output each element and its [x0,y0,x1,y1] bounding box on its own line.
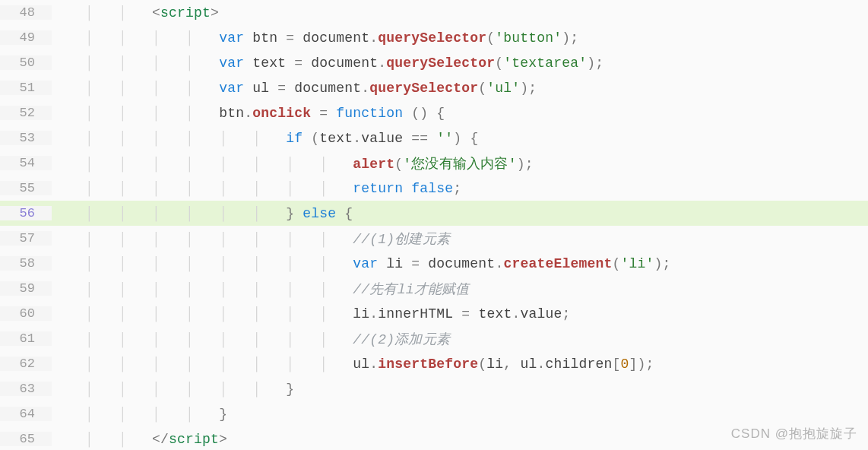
code-content[interactable]: │ │ │ │ │ │ │ │ ul.insertBefore(li, ul.c… [52,357,868,372]
code-content[interactable]: │ │ │ │ │ │ } [52,382,868,397]
line-number: 49 [0,30,52,45]
code-line[interactable]: 54 │ │ │ │ │ │ │ │ alert('您没有输入内容'); [0,151,868,176]
line-number: 48 [0,5,52,20]
code-content[interactable]: │ │ │ │ │ │ │ │ alert('您没有输入内容'); [52,154,868,173]
line-number: 58 [0,256,52,271]
code-content[interactable]: │ │ │ │ var ul = document.querySelector(… [52,81,868,96]
code-content[interactable]: │ │ │ │ │ │ } else { [52,206,868,221]
line-number: 65 [0,432,52,446]
code-line[interactable]: 56 │ │ │ │ │ │ } else { [0,201,868,226]
code-content[interactable]: │ │ │ │ │ │ │ │ //(1)创建元素 [52,230,868,248]
line-number: 59 [0,281,52,296]
code-content[interactable]: │ │ │ │ │ │ │ │ //(2)添加元素 [52,330,868,348]
code-content[interactable]: │ │ │ │ │ │ │ │ li.innerHTML = text.valu… [52,306,868,322]
code-content[interactable]: │ │ │ │ var btn = document.querySelector… [52,30,868,46]
line-number: 57 [0,231,52,246]
code-line[interactable]: 52 │ │ │ │ btn.onclick = function () { [0,100,868,125]
code-line[interactable]: 61 │ │ │ │ │ │ │ │ //(2)添加元素 [0,326,868,351]
line-number: 55 [0,181,52,195]
code-editor[interactable]: 48 │ │ <script>49 │ │ │ │ var btn = docu… [0,0,868,450]
line-number: 61 [0,331,52,346]
code-line[interactable]: 55 │ │ │ │ │ │ │ │ return false; [0,176,868,201]
code-line[interactable]: 62 │ │ │ │ │ │ │ │ ul.insertBefore(li, u… [0,351,868,376]
code-line[interactable]: 50 │ │ │ │ var text = document.querySele… [0,50,868,75]
line-number: 54 [0,156,52,170]
code-content[interactable]: │ │ │ │ } [52,407,868,422]
line-number: 52 [0,106,52,120]
code-line[interactable]: 60 │ │ │ │ │ │ │ │ li.innerHTML = text.v… [0,301,868,326]
line-number: 56 [0,206,52,220]
code-line[interactable]: 59 │ │ │ │ │ │ │ │ //先有li才能赋值 [0,276,868,301]
code-content[interactable]: │ │ │ │ │ │ │ │ return false; [52,181,868,196]
code-content[interactable]: │ │ <script> [52,5,868,21]
line-number: 63 [0,382,52,396]
code-content[interactable]: │ │ │ │ var text = document.querySelecto… [52,55,868,71]
line-number: 51 [0,81,52,95]
code-content[interactable]: │ │ │ │ │ │ │ │ //先有li才能赋值 [52,280,868,298]
code-content[interactable]: │ │ │ │ │ │ │ │ var li = document.create… [52,256,868,271]
line-number: 53 [0,131,52,145]
code-line[interactable]: 58 │ │ │ │ │ │ │ │ var li = document.cre… [0,251,868,276]
code-line[interactable]: 53 │ │ │ │ │ │ if (text.value == '') { [0,125,868,151]
code-line[interactable]: 57 │ │ │ │ │ │ │ │ //(1)创建元素 [0,226,868,251]
code-line[interactable]: 51 │ │ │ │ var ul = document.querySelect… [0,75,868,100]
line-number: 60 [0,306,52,321]
watermark: CSDN @抱抱旋旋子 [731,425,857,442]
code-line[interactable]: 48 │ │ <script> [0,0,868,25]
code-content[interactable]: │ │ │ │ │ │ if (text.value == '') { [52,131,868,146]
code-line[interactable]: 63 │ │ │ │ │ │ } [0,376,868,401]
line-number: 62 [0,357,52,371]
code-line[interactable]: 64 │ │ │ │ } [0,401,868,426]
code-line[interactable]: 49 │ │ │ │ var btn = document.querySelec… [0,25,868,50]
line-number: 64 [0,407,52,421]
line-number: 50 [0,55,52,70]
code-content[interactable]: │ │ │ │ btn.onclick = function () { [52,106,868,121]
